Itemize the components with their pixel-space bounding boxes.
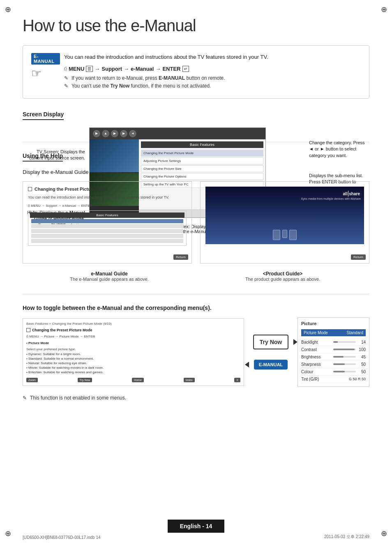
emanual-guide-menu: ⎙ MENU → Support → e-Manual → ENTER <box>28 203 187 208</box>
emanual-guide-content: You can read the introduction and instru… <box>28 195 187 201</box>
toggle-content-row: Basic Features > Changing the Preset Pic… <box>23 317 369 387</box>
settings-backlight: Backlight 14 <box>301 339 366 346</box>
picture-mode-label: Picture Mode <box>304 330 328 335</box>
brightness-fill <box>333 356 344 358</box>
product-guide-text: Sync media from multiple devices with Al… <box>301 197 361 201</box>
page-title: How to use the e-Manual <box>23 16 369 35</box>
arrow2: → <box>124 66 129 72</box>
contrast-fill <box>333 349 355 350</box>
contrast-value: 100 <box>357 347 366 352</box>
mockup-menu-item-4: Changing the Picture Options <box>141 173 263 180</box>
arrow1: → <box>95 66 100 72</box>
sharpness-bar-area: 50 <box>333 362 366 367</box>
btn-try-now[interactable]: Try Now <box>78 378 92 382</box>
toggle-list-movie: Movie: Suitable for watching movies in a… <box>26 365 240 370</box>
annotation-tv-screen: TV Screen: Displays the current input so… <box>23 149 85 162</box>
bottom-note: This function is not enabled in some men… <box>23 395 369 401</box>
toggle-checkbox-icon <box>26 328 30 332</box>
sharpness-fill <box>333 363 345 365</box>
settings-brightness: Brightness 45 <box>301 354 366 361</box>
colour-bar <box>333 371 356 372</box>
footer-filename: [UD6500-XH]BN68-03776D-00L17.indb 14 <box>23 535 101 540</box>
emanual-badge-label: E-MANUAL <box>31 53 60 65</box>
toggle-bottom-bar: Zoom Try Now Home Index X <box>26 378 240 382</box>
divider-2 <box>23 294 369 294</box>
product-guide-label-area: <Product Guide> The product guide appear… <box>196 268 369 282</box>
tint-label: Tint (G/R) <box>301 377 319 381</box>
picture-settings-title: Picture <box>301 321 366 326</box>
emanual-toggle-button[interactable]: E-MANUAL <box>254 360 288 370</box>
mockup-icon-5: ◄ <box>129 130 136 137</box>
enter-icon: ↵ <box>182 66 189 72</box>
guide-mockup-title: Basic Features <box>30 213 184 218</box>
brightness-value: 45 <box>357 355 366 359</box>
menu-label: MENU <box>69 66 84 72</box>
page-footer: English - 14 <box>0 520 392 533</box>
toggle-list-dynamic: Dynamic: Suitable for a bright room. <box>26 352 240 356</box>
contrast-bar <box>333 349 356 350</box>
colour-fill <box>333 371 345 372</box>
mockup-top-bar: ▶ ▲ ▶ ▶ ◄ <box>90 128 265 139</box>
colour-value: 50 <box>357 370 366 374</box>
toggle-menu-path: ⎙ MENU → Picture → Picture Mode → ENTER <box>26 334 240 339</box>
mockup-icon-3: ▶ <box>111 130 118 137</box>
tint-value: G 50 R 50 <box>349 377 366 381</box>
enter-label: ENTER <box>162 66 180 72</box>
btn-home[interactable]: Home <box>132 378 144 382</box>
product-guide-box: all|share Sync media from multiple devic… <box>200 181 369 263</box>
try-now-button[interactable]: Try Now <box>253 335 288 349</box>
device-phone <box>282 230 287 238</box>
toggle-instructions: Select your preferred picture type. <box>26 347 240 352</box>
checkbox-icon <box>28 187 32 191</box>
emanual-guide-label: e-Manual Guide <box>23 271 196 277</box>
mockup-tv-image <box>90 139 139 172</box>
intro-note2: You can't use the Try Now function, if t… <box>64 83 361 89</box>
backlight-bar-area: 14 <box>333 340 366 344</box>
picture-mode-value: Standard <box>346 330 363 335</box>
mockup-menu-item-3: Changing the Picture Size <box>141 165 263 172</box>
toggle-heading: How to toggle between the e-Manual and t… <box>23 305 369 311</box>
product-guide-screenshot: all|share Sync media from multiple devic… <box>205 187 364 244</box>
picture-settings-box: Picture Picture Mode Standard Backlight … <box>297 317 369 387</box>
guide-row-1 <box>31 219 183 223</box>
emanual-guide-box: Changing the Preset Picture Mode You can… <box>23 181 192 263</box>
brightness-bar-area: 45 <box>333 355 366 359</box>
product-return-btn: Return <box>351 254 366 260</box>
brightness-label: Brightness <box>301 355 321 359</box>
toggle-left-box: Basic Features > Changing the Preset Pic… <box>23 318 244 386</box>
sharpness-label: Sharpness <box>301 362 321 367</box>
toggle-list-standard: Standard: Suitable for a normal environm… <box>26 356 240 361</box>
toggle-list-entertain: Entertain: Suitable for watching movies … <box>26 370 240 374</box>
btn-zoom[interactable]: Zoom <box>26 378 38 382</box>
try-now-container: Try Now <box>253 335 288 349</box>
intro-note1: If you want to return to e-Manual, press… <box>64 75 361 81</box>
guide-row-2 <box>31 224 183 228</box>
toggle-list: Dynamic: Suitable for a bright room. Sta… <box>26 352 240 374</box>
colour-label: Colour <box>301 370 313 374</box>
settings-contrast: Contrast 100 <box>301 346 366 354</box>
device-tv <box>273 230 280 240</box>
mockup-icon-4: ▶ <box>120 130 127 137</box>
btn-index[interactable]: Index <box>184 378 195 382</box>
btn-x[interactable]: X <box>234 378 240 382</box>
emanual-label-text: e-Manual <box>131 66 154 72</box>
intro-description: You can read the introduction and instru… <box>64 53 361 62</box>
mockup-title-bar: Basic Features <box>141 141 263 148</box>
backlight-bar <box>333 341 356 343</box>
support-label: Support <box>101 66 122 72</box>
mockup-menu-item-2: Adjusting Picture Settings <box>141 157 263 164</box>
right-arrow-icon <box>293 339 297 345</box>
emanual-guide-sublabel: The e-Manual guide appears as above. <box>23 277 196 282</box>
menu-instruction: ⎙ MENU☰ → Support → e-Manual → ENTER↵ <box>64 66 361 72</box>
backlight-fill <box>333 341 338 343</box>
ollshare-logo: all|share <box>343 190 360 196</box>
sharpness-value: 50 <box>357 362 366 367</box>
mockup-menu-item-1: Changing the Preset Picture Mode <box>141 150 263 157</box>
guide-row-4 <box>31 234 183 238</box>
emanual-badge: E-MANUAL ☞ <box>31 53 60 80</box>
toggle-section: How to toggle between the e-Manual and t… <box>23 305 369 401</box>
settings-colour: Colour 50 <box>301 368 366 376</box>
toggle-box-title: Changing the Preset Picture Mode <box>26 328 240 332</box>
screen-display-section: Screen Display TV Screen: Displays the c… <box>23 111 369 127</box>
intro-box: E-MANUAL ☞ You can read the introduction… <box>23 45 369 99</box>
